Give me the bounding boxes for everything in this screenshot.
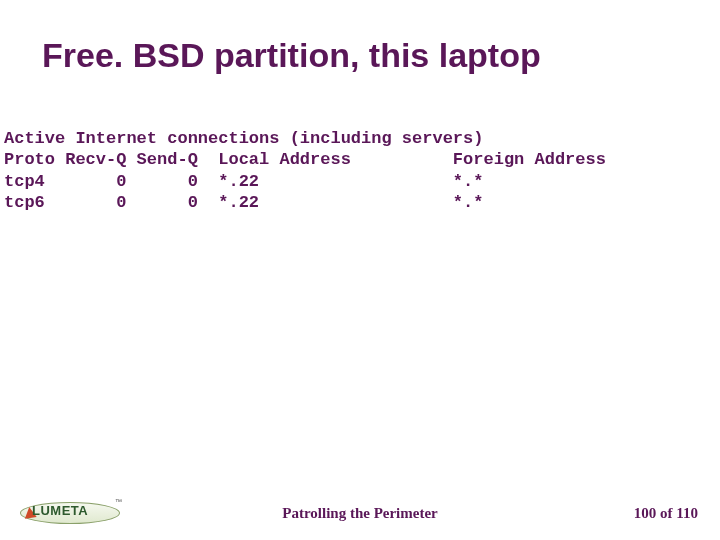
netstat-columns-line: Proto Recv-Q Send-Q Local Address Foreig…: [4, 150, 606, 169]
page-number: 100 of 110: [634, 505, 698, 522]
netstat-output: Active Internet connections (including s…: [4, 128, 606, 213]
slide-footer: LUMETA ™ Patrolling the Perimeter 100 of…: [0, 494, 720, 526]
footer-caption: Patrolling the Perimeter: [0, 505, 720, 522]
netstat-row: tcp4 0 0 *.22 *.*: [4, 172, 483, 191]
trademark-icon: ™: [115, 498, 122, 505]
slide: Free. BSD partition, this laptop Active …: [0, 0, 720, 540]
slide-title: Free. BSD partition, this laptop: [42, 36, 541, 75]
netstat-row: tcp6 0 0 *.22 *.*: [4, 193, 483, 212]
netstat-header-line: Active Internet connections (including s…: [4, 129, 483, 148]
